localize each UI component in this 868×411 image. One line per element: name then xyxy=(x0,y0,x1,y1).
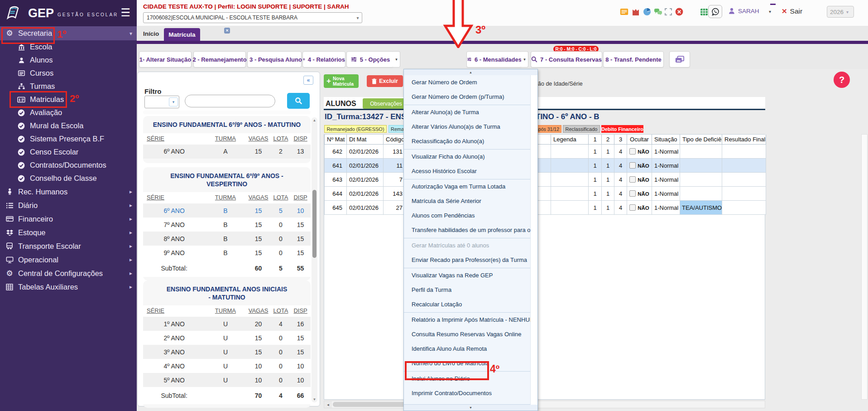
toolbar-button-gallery[interactable] xyxy=(669,51,690,68)
table-row[interactable]: 6º ANOA15213 xyxy=(143,145,311,159)
menu-scroll-up[interactable]: ▲ xyxy=(404,69,537,75)
sidebar-item-transporte[interactable]: Transporte Escolar ▸ xyxy=(0,239,137,253)
tab-inicio[interactable]: Início xyxy=(143,30,159,37)
sidebar-item-matriculas[interactable]: Matriculas xyxy=(0,93,137,106)
search-button[interactable] xyxy=(287,93,310,109)
table-row[interactable]: 8º ANOB15015 xyxy=(143,232,311,246)
filter-type-select[interactable]: ▾ xyxy=(144,96,179,108)
col-vagas[interactable]: VAGAS xyxy=(246,192,271,203)
menu-item-transfere-habilidades[interactable]: Transfere habilidades de um professor pa… xyxy=(404,223,537,237)
toolbar-button-transf-pendente[interactable]: 8 - Transf. Pendente xyxy=(603,51,664,68)
menu-item-alunos-pendencias[interactable]: Alunos com Pendências xyxy=(404,208,537,223)
opcoes-caret-button[interactable]: ▾ xyxy=(393,51,400,68)
menu-item-numero-livro-matricula[interactable]: Número do Livro de Matrícula xyxy=(404,356,537,371)
sidebar-item-tabelas[interactable]: Tabelas Auxiliares ▸ xyxy=(0,280,137,294)
ocultar-checkbox[interactable] xyxy=(629,204,636,211)
user-chip[interactable]: SARAH xyxy=(728,7,759,15)
menu-item-perfil-turma[interactable]: Perfil da Turma xyxy=(404,283,537,297)
ocultar-checkbox[interactable] xyxy=(629,190,636,197)
year-select[interactable]: 2026 ▾ xyxy=(827,6,854,18)
toolbar-button-consulta-reservas[interactable]: 7 - Consulta Reservas xyxy=(531,51,602,68)
logout-button[interactable]: ✕ Sair xyxy=(782,7,802,15)
idade-serie-text-fragment[interactable]: ão de Idade/Série xyxy=(538,81,583,87)
chevron-down-icon[interactable]: ▾ xyxy=(769,9,771,14)
col-disp[interactable]: DISP xyxy=(290,133,311,145)
ocultar-checkbox[interactable] xyxy=(629,162,636,169)
chat-icon[interactable] xyxy=(653,7,662,16)
mural-icon[interactable] xyxy=(631,7,640,16)
nova-matricula-button[interactable]: + Nova Matricula xyxy=(324,74,359,88)
panel-scrollbar[interactable]: ▲ ▼ xyxy=(312,117,317,402)
student-row[interactable]: 64202/01/2026131 114 NÃO 1-Normal xyxy=(325,145,766,159)
toolbar-button-opcoes[interactable]: 5 - Opções xyxy=(346,51,394,68)
menu-item-matricula-serie-anterior[interactable]: Matrícula da Série Anterior xyxy=(404,194,537,208)
sidebar-item-diario[interactable]: Diário ▸ xyxy=(0,198,137,212)
col-turma[interactable]: TURMA xyxy=(205,305,245,317)
help-button[interactable]: ? xyxy=(834,72,850,88)
observacoes-button[interactable]: Observações xyxy=(363,98,409,109)
ocultar-checkbox[interactable] xyxy=(629,176,636,183)
table-row[interactable]: 2º ANOU15015 xyxy=(143,331,311,345)
col-disp[interactable]: DISP xyxy=(290,305,311,317)
mensalidades-caret-button[interactable]: ▾ xyxy=(521,51,528,68)
menu-item-acesso-historico[interactable]: Acesso Histórico Escolar xyxy=(404,164,537,179)
col-serie[interactable]: SÉRIE xyxy=(143,305,205,317)
table-row[interactable]: 1º ANOU20416 xyxy=(143,317,311,331)
menu-scrollbar[interactable] xyxy=(530,75,537,405)
col-lota[interactable]: LOTA xyxy=(271,192,291,203)
menu-item-visualizar-vagas-rede[interactable]: Visualizar Vagas na Rede GEP xyxy=(404,268,537,283)
sidebar-item-configuracoes[interactable]: ⚙ Central de Configurações ▸ xyxy=(0,266,137,280)
sidebar-item-operacional[interactable]: Operacional ▸ xyxy=(0,253,137,266)
sidebar-item-secretaria[interactable]: ⚙ Secretaria ▾ xyxy=(0,26,137,40)
menu-item-alterar-aluno-turma[interactable]: Alterar Aluno(a) de Turma xyxy=(404,105,537,120)
table-row-selected-turma[interactable]: 6º ANOB15510 xyxy=(143,203,311,218)
menu-item-identifica-aula-remota[interactable]: Identifica Aluno Aula Remota xyxy=(404,342,537,356)
sidebar-item-cursos[interactable]: Cursos xyxy=(0,67,137,80)
student-row[interactable]: 64502/01/202627 114 NÃO 1-NormalTEA/AUTI… xyxy=(325,201,766,215)
sidebar-item-estoque[interactable]: Estoque ▸ xyxy=(0,226,137,239)
menu-item-gerar-numero-ordem-turma[interactable]: Gerar Número de Ordem (p/Turma) xyxy=(404,90,537,104)
menu-item-consulta-resumo-reservas[interactable]: Consulta Resumo Reservas Vagas Online xyxy=(404,327,537,342)
table-row[interactable]: 4º ANOU10010 xyxy=(143,359,311,373)
student-row[interactable]: 64302/01/20267 114 NÃO 1-Normal xyxy=(325,173,766,187)
collapse-panel-button[interactable]: « xyxy=(303,76,313,85)
excluir-button[interactable]: Excluir xyxy=(367,75,403,87)
table-row[interactable]: 7º ANOB15015 xyxy=(143,218,311,232)
table-vertical-scrollbar[interactable] xyxy=(861,134,868,400)
menu-item-relatorio-apos-matricula[interactable]: Relatório a Imprimir Após Matrícula - NE… xyxy=(404,313,537,327)
menu-item-reclassificacao[interactable]: Reclassificação do Aluno(a) xyxy=(404,134,537,149)
tab-matricula[interactable]: Matrícula ✕ xyxy=(164,28,200,41)
sidebar-item-conselho[interactable]: Conselho de Classe xyxy=(0,172,137,185)
menu-item-recalcular-lotacao[interactable]: Recalcular Lotação xyxy=(404,297,537,312)
col-turma[interactable]: TURMA xyxy=(205,192,245,203)
sidebar-item-alunos[interactable]: Alunos xyxy=(0,53,137,67)
col-disp[interactable]: DISP xyxy=(290,192,311,203)
table-horizontal-scrollbar[interactable]: ◂ xyxy=(324,401,765,408)
student-row-selected[interactable]: 64102/01/202611 114 NÃO 1-Normal xyxy=(325,159,766,173)
menu-item-inclui-alunos-diario[interactable]: Inclui Alunos no Diário xyxy=(404,372,537,386)
menu-item-imprimir-contrato[interactable]: Imprimir Contrato/Documentos xyxy=(404,386,537,401)
menu-burger-icon[interactable]: ☰ xyxy=(120,6,130,19)
sidebar-item-censo[interactable]: Censo Escolar xyxy=(0,145,137,159)
sidebar-item-avaliacao[interactable]: Avaliação xyxy=(0,106,137,119)
col-vagas[interactable]: VAGAS xyxy=(246,133,271,145)
sidebar-item-turmas[interactable]: Turmas xyxy=(0,80,137,93)
menu-item-autorizacao-vaga[interactable]: Autorização Vaga em Turma Lotada xyxy=(404,179,537,194)
sidebar-item-contratos[interactable]: Contratos/Documentos xyxy=(0,159,137,172)
menu-item-alterar-varios-alunos[interactable]: Alterar Vários Aluno(a)s de Turma xyxy=(404,120,537,134)
close-circle-icon[interactable] xyxy=(675,7,684,16)
menu-item-enviar-recado[interactable]: Enviar Recado para Professor(es) da Turm… xyxy=(404,253,537,267)
toolbar-button-pesquisa-aluno[interactable]: 3 - Pesquisa Aluno xyxy=(247,51,302,68)
table-row[interactable]: 5º ANOU10010 xyxy=(143,373,311,387)
whatsapp-button[interactable] xyxy=(708,5,722,18)
col-serie[interactable]: SÉRIE xyxy=(143,133,205,145)
sidebar-item-presenca[interactable]: Sistema Presença B.F xyxy=(0,132,137,145)
toolbar-button-remanejamento[interactable]: 2 - Remanejamento xyxy=(193,51,246,68)
cards-icon[interactable] xyxy=(619,7,628,16)
ocultar-checkbox[interactable] xyxy=(629,148,636,155)
col-turma[interactable]: TURMA xyxy=(205,133,245,145)
fullscreen-icon[interactable] xyxy=(664,7,673,16)
col-lota[interactable]: LOTA xyxy=(271,133,291,145)
toolbar-button-mensalidades[interactable]: 6 - Mensalidades xyxy=(466,51,522,68)
table-row[interactable]: 9º ANOB15015 xyxy=(143,246,311,260)
